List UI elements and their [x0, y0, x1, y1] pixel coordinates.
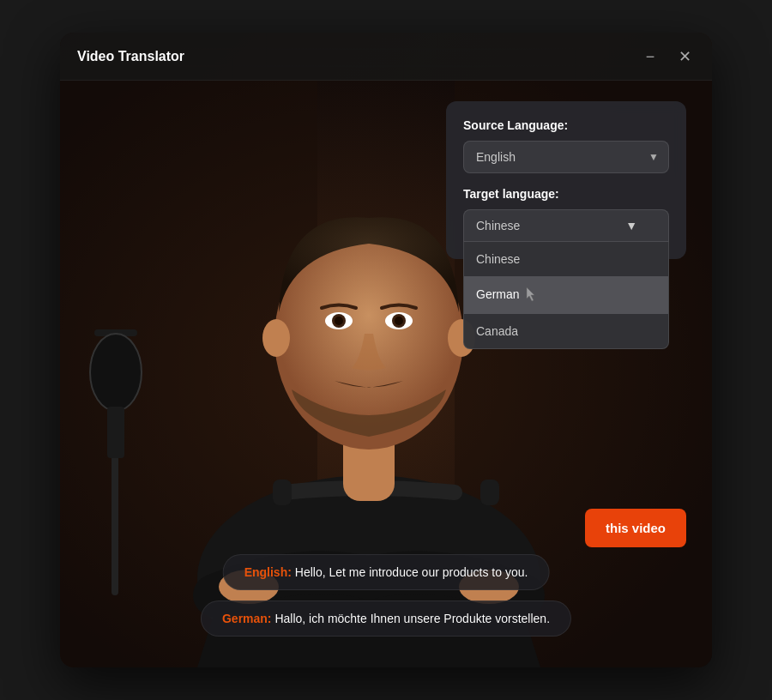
- dropdown-item-german[interactable]: German: [464, 276, 668, 314]
- source-language-label: Source Language:: [463, 118, 669, 132]
- svg-rect-8: [273, 480, 292, 505]
- dropdown-item-canada[interactable]: Canada: [464, 314, 668, 348]
- svg-rect-6: [107, 407, 124, 458]
- close-button[interactable]: ✕: [674, 46, 695, 67]
- caption-english-text: Hello, Let me introduce our products to …: [292, 565, 528, 579]
- window-title: Video Translator: [77, 49, 184, 64]
- caption-english-label: English:: [244, 565, 292, 579]
- caption-german-label: German:: [222, 612, 272, 625]
- title-bar: Video Translator − ✕: [60, 33, 712, 81]
- target-chevron-icon: ▼: [625, 219, 637, 232]
- language-panel: Source Language: English Chinese German …: [446, 101, 686, 259]
- svg-point-18: [262, 319, 290, 357]
- target-language-dropdown: Chinese German Canada: [463, 242, 669, 349]
- target-language-value: Chinese: [476, 219, 520, 232]
- translate-button[interactable]: this video: [585, 509, 686, 547]
- caption-german-text: Hallo, ich möchte Ihnen unsere Produkte …: [272, 612, 551, 625]
- window-controls: − ✕: [640, 46, 695, 67]
- svg-point-17: [395, 317, 403, 325]
- main-window: Video Translator − ✕: [60, 33, 712, 667]
- minimize-button[interactable]: −: [640, 46, 660, 67]
- target-language-select-field[interactable]: Chinese ▼: [463, 209, 669, 242]
- svg-rect-9: [480, 480, 499, 505]
- target-language-section: Chinese ▼ Chinese German Canada: [463, 209, 669, 242]
- cursor-icon: [526, 287, 536, 302]
- source-language-select[interactable]: English Chinese German French: [463, 141, 669, 173]
- dropdown-item-chinese[interactable]: Chinese: [464, 242, 668, 276]
- source-language-wrapper: English Chinese German French ▼: [463, 141, 669, 173]
- target-language-label: Target language:: [463, 187, 669, 201]
- caption-english: English: Hello, Let me introduce our pro…: [223, 554, 550, 590]
- svg-point-14: [335, 317, 343, 325]
- svg-point-5: [90, 334, 142, 411]
- caption-german: German: Hallo, ich möchte Ihnen unsere P…: [201, 600, 571, 637]
